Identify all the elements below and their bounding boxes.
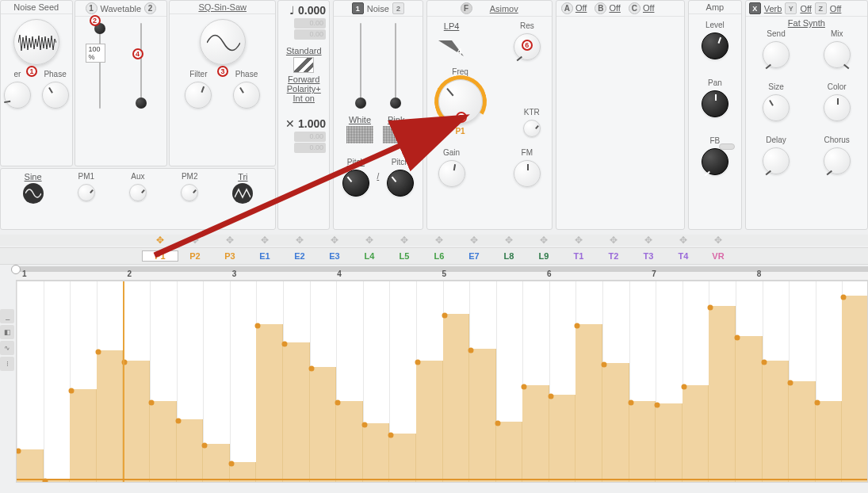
timeline-ruler[interactable]: 12345678 [16,266,868,281]
seq-step-dot-18[interactable] [468,347,474,353]
seq-step-23[interactable] [602,363,629,482]
seq-step-29[interactable] [763,361,790,482]
osc1-sine-link[interactable]: Sine [25,172,42,182]
tab-handle-VR[interactable]: ✥ [701,235,736,246]
seq-step-26[interactable] [683,385,709,482]
fx-x-verb[interactable]: Verb [764,4,782,13]
sequencer-panel[interactable] [16,281,868,483]
seq-step-21[interactable] [549,395,576,482]
tab-handle-L9[interactable]: ✥ [526,235,561,246]
tab-handle-T1[interactable]: ✥ [561,235,596,246]
tab-E1[interactable]: E1 [247,251,282,261]
mult-value[interactable]: 1.000 [298,117,326,130]
tab-P1[interactable]: P1 [143,251,178,261]
readout-a1[interactable]: 0.00 [294,18,326,29]
seq-step-dot-20[interactable] [522,384,527,389]
noise-pitch1-label[interactable]: Pitch [347,158,365,166]
tab-P3[interactable]: P3 [212,251,247,261]
seq-step-19[interactable] [496,422,523,483]
noise-pitch2-knob[interactable] [387,170,414,197]
playhead[interactable] [123,281,124,482]
tab-handle-E3[interactable]: ✥ [317,235,352,246]
osc3-shape-knob[interactable] [200,19,246,65]
seq-step-dot-32[interactable] [841,295,847,300]
osc2-pct-slider[interactable]: 100 % [94,23,105,109]
play-start-marker[interactable] [11,265,21,274]
seq-step-18[interactable] [469,349,496,482]
tab-VR[interactable]: VR [701,251,736,261]
seq-step-dot-11[interactable] [281,342,287,347]
seq-step-4[interactable] [97,350,124,482]
filter-gain-knob[interactable] [438,160,465,187]
fx-slot-x[interactable]: X [749,2,761,14]
seq-step-10[interactable] [256,324,283,482]
timing-value[interactable]: 0.000 [298,4,326,17]
tab-handle-P1[interactable]: ✥ [143,235,178,246]
filter-type-icon[interactable]: 4 [438,36,465,58]
slot-a[interactable]: A [561,2,573,14]
seq-step-dot-14[interactable] [361,422,367,428]
seq-step-dot-3[interactable] [69,388,75,393]
fx-color-knob[interactable] [824,94,851,121]
seq-step-dot-24[interactable] [628,400,633,406]
seq-tool-2[interactable]: ◧ [0,325,14,339]
tab-handle-L5[interactable]: ✥ [387,235,422,246]
white-link[interactable]: White [349,115,371,124]
tab-handle-P3[interactable]: ✥ [212,235,247,246]
seq-step-12[interactable] [310,367,337,482]
readout-b2[interactable]: 0.00 [294,143,326,153]
filter-slot-f[interactable]: F [461,2,472,14]
seq-tool-3[interactable]: ∿ [0,341,14,355]
tab-T2[interactable]: T2 [596,251,631,261]
pink-link[interactable]: Pink [388,115,404,124]
amp-fb-toggle[interactable] [719,143,735,150]
filter-lp4-link[interactable]: LP4 [444,21,460,31]
seq-step-22[interactable] [575,324,602,482]
seq-step-dot-10[interactable] [255,323,261,329]
tab-P2[interactable]: P2 [178,251,212,261]
tri-wave-icon[interactable] [232,183,253,204]
slot-c-off[interactable]: Off [643,3,654,13]
seq-step-25[interactable] [656,403,683,482]
filter-name[interactable]: Asimov [490,4,518,13]
tab-T1[interactable]: T1 [561,251,596,261]
polarity-link[interactable]: Polarity+ [278,84,329,94]
tab-handle-T4[interactable]: ✥ [666,235,701,246]
fx-send-knob[interactable] [763,41,790,68]
amp-fb-knob[interactable] [702,148,728,175]
tab-L5[interactable]: L5 [387,251,422,261]
seq-tool-1[interactable]: ⎯ [0,309,14,323]
seq-step-dot-27[interactable] [708,305,713,311]
tab-T4[interactable]: T4 [666,251,701,261]
noise-slider-2[interactable] [390,23,401,109]
tab-L4[interactable]: L4 [352,251,387,261]
seq-step-30[interactable] [789,381,816,483]
tab-handle-P2[interactable]: ✥ [178,235,212,246]
seq-step-dot-28[interactable] [735,335,740,341]
seq-step-27[interactable] [709,306,736,482]
osc1-seed-knob[interactable] [13,19,59,65]
osc2-slot-2[interactable]: 2 [144,2,156,14]
seq-tool-4[interactable]: ⁝ [0,357,14,371]
osc3-title[interactable]: SQ-Sin-Saw [198,2,247,12]
slot-b-off[interactable]: Off [609,3,620,13]
seq-step-5[interactable] [123,361,150,482]
seq-step-8[interactable] [203,444,230,482]
sine-wave-icon[interactable] [23,183,44,204]
noise-slider-1[interactable] [355,23,366,109]
seq-step-11[interactable] [283,342,310,482]
osc1-pm1b-knob[interactable] [78,184,95,201]
filter-fm-knob[interactable] [514,160,541,187]
seq-step-dot-6[interactable] [148,400,154,406]
seq-step-dot-23[interactable] [602,361,607,367]
readout-b1[interactable]: 0.00 [294,132,326,142]
seq-step-dot-26[interactable] [681,384,686,389]
seq-step-31[interactable] [816,401,843,482]
amp-level-knob[interactable] [702,32,728,59]
readout-a2[interactable]: 0.00 [294,29,326,40]
amp-pan-knob[interactable] [702,90,728,117]
seq-step-15[interactable] [389,434,416,482]
slot-b[interactable]: B [595,2,606,14]
seq-step-dot-7[interactable] [175,418,181,423]
tab-E7[interactable]: E7 [457,251,491,261]
